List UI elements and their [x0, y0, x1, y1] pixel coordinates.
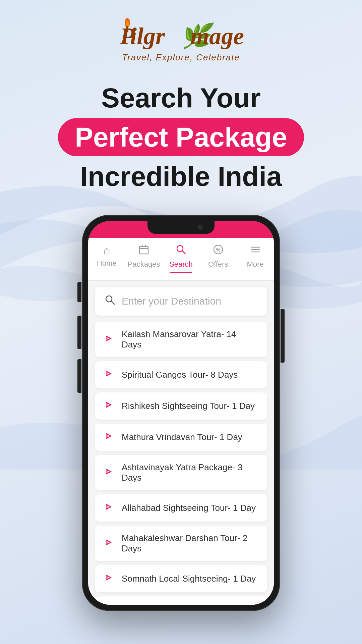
tour-name: Mahakaleshwar Darshan Tour- 2 Days [122, 533, 258, 554]
tour-list: Kailash Mansarovar Yatra- 14 DaysSpiritu… [88, 322, 274, 605]
tour-arrow-icon [104, 431, 114, 443]
logo: P ilgr 🌿 mage Travel, Explore, Celebrate [117, 17, 245, 63]
svg-line-9 [182, 251, 185, 254]
svg-rect-3 [126, 26, 128, 32]
search-icon [104, 294, 116, 308]
phone-screen: ⌂ Home Packages [88, 221, 274, 605]
nav-more[interactable]: More [237, 244, 274, 273]
search-placeholder-text: Enter your Destination [122, 296, 221, 307]
phone-notch [147, 221, 215, 234]
offers-icon: % [213, 244, 224, 258]
svg-rect-7 [139, 247, 148, 254]
nav-packages-label: Packages [128, 260, 160, 269]
phone-mockup: ⌂ Home Packages [0, 215, 362, 611]
nav-more-label: More [247, 260, 264, 269]
tour-list-item[interactable]: Mahakaleshwar Darshan Tour- 2 Days [95, 526, 267, 561]
packages-icon [138, 244, 149, 258]
tour-arrow-icon [104, 537, 114, 550]
tour-name: Kailash Mansarovar Yatra- 14 Days [122, 329, 258, 350]
camera-dot [198, 225, 203, 230]
nav-search-label: Search [169, 260, 193, 269]
phone-frame: ⌂ Home Packages [82, 215, 280, 611]
tour-list-item[interactable]: Rishikesh Sightseeing Tour- 1 Day [95, 392, 267, 420]
tour-list-item[interactable]: Spiritual Ganges Tour- 8 Days [95, 361, 267, 388]
hero-line1: Search Your [27, 83, 335, 113]
tour-name: Mathura Vrindavan Tour- 1 Day [122, 432, 242, 442]
svg-text:mage: mage [190, 23, 244, 50]
tour-list-item[interactable]: Somnath Local Sightseeing- 1 Day [95, 565, 267, 592]
tour-arrow-icon [104, 369, 114, 381]
app-screen: ⌂ Home Packages [88, 221, 274, 605]
tour-list-item[interactable]: Ashtavinayak Yatra Package- 3 Days [95, 455, 267, 490]
tour-name: Somnath Local Sightseeing- 1 Day [122, 574, 256, 584]
tour-name: Ashtavinayak Yatra Package- 3 Days [122, 462, 258, 483]
svg-line-16 [111, 301, 114, 304]
tour-name: Allahabad Sightseeing Tour- 1 Day [122, 503, 256, 513]
bottom-nav: ⌂ Home Packages [88, 238, 274, 281]
nav-active-indicator [170, 272, 192, 273]
svg-text:ilgr: ilgr [130, 23, 165, 50]
tour-arrow-icon [104, 467, 114, 479]
nav-offers-label: Offers [208, 260, 228, 269]
tour-name: Spiritual Ganges Tour- 8 Days [122, 370, 238, 380]
nav-home-label: Home [97, 259, 117, 268]
tour-arrow-icon [104, 502, 114, 514]
hero-line3: Incredible India [27, 161, 335, 192]
nav-packages[interactable]: Packages [125, 244, 163, 273]
tour-arrow-icon [104, 573, 114, 585]
tour-name: Varanasi Sarnath Tour Package- 3 Days [122, 604, 258, 605]
app-header: P ilgr 🌿 mage Travel, Explore, Celebrate [0, 0, 362, 63]
logo-svg: P ilgr 🌿 mage [117, 17, 245, 54]
destination-search[interactable]: Enter your Destination [95, 287, 267, 316]
search-nav-icon [175, 244, 187, 258]
tour-arrow-icon [104, 333, 114, 346]
tour-list-item[interactable]: Allahabad Sightseeing Tour- 1 Day [95, 494, 267, 522]
nav-home[interactable]: ⌂ Home [88, 244, 125, 273]
nav-search[interactable]: Search [163, 244, 200, 273]
tour-list-item[interactable]: Varanasi Sarnath Tour Package- 3 Days [95, 596, 267, 605]
hero-highlight: Perfect Package [58, 118, 304, 156]
home-icon: ⌂ [103, 244, 110, 257]
hero-section: Search Your Perfect Package Incredible I… [0, 83, 362, 192]
tour-name: Rishikesh Sightseeing Tour- 1 Day [122, 401, 255, 411]
svg-text:%: % [216, 247, 220, 253]
tour-list-item[interactable]: Mathura Vrindavan Tour- 1 Day [95, 424, 267, 451]
nav-offers[interactable]: % Offers [199, 244, 237, 273]
app-content: Enter your Destination Kailash Mansarova… [88, 281, 274, 605]
more-icon [250, 244, 261, 258]
tour-list-item[interactable]: Kailash Mansarovar Yatra- 14 Days [95, 322, 267, 357]
tour-arrow-icon [104, 400, 114, 412]
logo-subtitle: Travel, Explore, Celebrate [117, 52, 245, 63]
